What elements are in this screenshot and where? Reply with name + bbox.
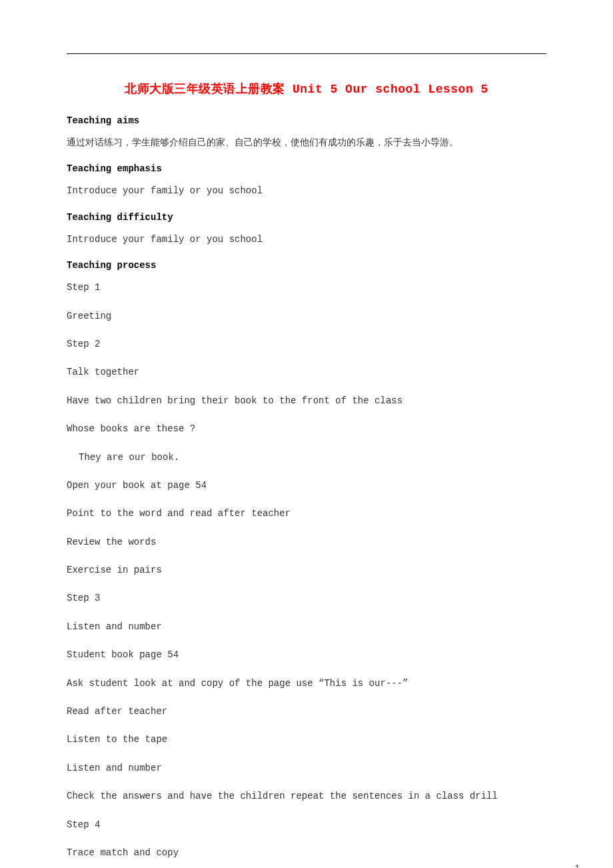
process-line: Talk together xyxy=(67,365,546,379)
process-line: Whose books are these ? xyxy=(67,421,546,436)
process-line: Step 2 xyxy=(67,337,546,351)
process-line: Step 1 xyxy=(67,280,546,295)
teaching-emphasis-content: Introduce your family or you school xyxy=(67,183,546,198)
process-line: Step 3 xyxy=(67,591,546,605)
process-line: Point to the word and read after teacher xyxy=(67,506,546,521)
teaching-difficulty-heading: Teaching difficulty xyxy=(67,212,546,223)
teaching-aims-heading: Teaching aims xyxy=(67,115,546,126)
process-line: Review the words xyxy=(67,535,546,549)
process-line: Listen to the tape xyxy=(67,732,546,747)
document-title: 北师大版三年级英语上册教案 Unit 5 Our school Lesson 5 xyxy=(67,81,546,97)
process-line: Open your book at page 54 xyxy=(67,478,546,493)
process-line: Have two children bring their book to th… xyxy=(67,393,546,408)
teaching-process-heading: Teaching process xyxy=(67,260,546,271)
process-line: Trace match and copy xyxy=(67,845,546,860)
process-line: Ask student look at and copy of the page… xyxy=(67,676,546,691)
process-line: They are our book. xyxy=(67,450,546,465)
process-line: Student book page 54 xyxy=(67,647,546,662)
process-line: Listen and number xyxy=(67,761,546,775)
page-number: 1 xyxy=(575,864,580,868)
process-line: Check the answers and have the children … xyxy=(67,789,546,803)
process-line: Listen and number xyxy=(67,619,546,634)
page-top-divider xyxy=(67,53,546,54)
teaching-aims-content: 通过对话练习，学生能够介绍自己的家、自己的学校，使他们有成功的乐趣，乐于去当小导… xyxy=(67,135,546,150)
teaching-difficulty-content: Introduce your family or you school xyxy=(67,232,546,247)
process-line: Read after teacher xyxy=(67,704,546,719)
process-line: Step 4 xyxy=(67,817,546,832)
teaching-process-content: Step 1GreetingStep 2Talk togetherHave tw… xyxy=(67,280,546,860)
teaching-emphasis-heading: Teaching emphasis xyxy=(67,163,546,174)
process-line: Exercise in pairs xyxy=(67,563,546,577)
process-line: Greeting xyxy=(67,309,546,323)
